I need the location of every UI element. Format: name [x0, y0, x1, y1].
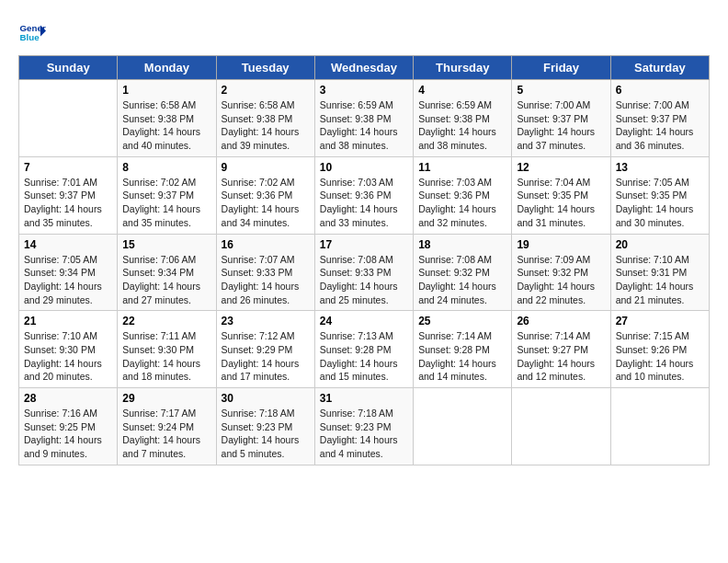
day-number: 16 — [222, 238, 310, 251]
day-info: Sunrise: 7:13 AM Sunset: 9:28 PM Dayligh… — [320, 329, 408, 384]
day-info: Sunrise: 7:00 AM Sunset: 9:37 PM Dayligh… — [616, 98, 704, 153]
page-header: General Blue — [18, 18, 710, 46]
day-info: Sunrise: 7:01 AM Sunset: 9:37 PM Dayligh… — [24, 176, 112, 230]
day-info: Sunrise: 7:12 AM Sunset: 9:29 PM Dayligh… — [222, 329, 310, 384]
day-number: 1 — [122, 84, 210, 97]
calendar-week-2: 14Sunrise: 7:05 AM Sunset: 9:34 PM Dayli… — [19, 234, 710, 311]
day-number: 26 — [517, 315, 605, 327]
day-number: 24 — [320, 315, 408, 327]
calendar-body: 1Sunrise: 6:58 AM Sunset: 9:38 PM Daylig… — [19, 80, 710, 465]
day-info: Sunrise: 7:05 AM Sunset: 9:34 PM Dayligh… — [24, 253, 112, 307]
day-info: Sunrise: 7:02 AM Sunset: 9:37 PM Dayligh… — [122, 176, 210, 230]
day-number: 19 — [517, 238, 605, 251]
calendar-header-row: SundayMondayTuesdayWednesdayThursdayFrid… — [19, 56, 710, 80]
day-number: 20 — [616, 238, 704, 251]
calendar-cell: 25Sunrise: 7:14 AM Sunset: 9:28 PM Dayli… — [414, 311, 512, 388]
day-info: Sunrise: 7:08 AM Sunset: 9:33 PM Dayligh… — [320, 253, 408, 307]
calendar-cell: 2Sunrise: 6:58 AM Sunset: 9:38 PM Daylig… — [216, 80, 314, 157]
day-number: 12 — [517, 161, 605, 174]
calendar-cell: 26Sunrise: 7:14 AM Sunset: 9:27 PM Dayli… — [512, 311, 610, 388]
day-info: Sunrise: 7:02 AM Sunset: 9:36 PM Dayligh… — [222, 176, 310, 230]
day-info: Sunrise: 7:07 AM Sunset: 9:33 PM Dayligh… — [222, 253, 310, 307]
day-number: 25 — [418, 315, 506, 327]
calendar-cell: 8Sunrise: 7:02 AM Sunset: 9:37 PM Daylig… — [118, 156, 216, 234]
calendar-cell: 24Sunrise: 7:13 AM Sunset: 9:28 PM Dayli… — [314, 311, 413, 388]
day-info: Sunrise: 7:11 AM Sunset: 9:30 PM Dayligh… — [122, 329, 210, 384]
day-info: Sunrise: 7:00 AM Sunset: 9:37 PM Dayligh… — [517, 98, 605, 153]
day-number: 18 — [418, 238, 506, 251]
day-number: 30 — [222, 392, 310, 405]
weekday-header-saturday: Saturday — [610, 56, 709, 80]
calendar-cell: 18Sunrise: 7:08 AM Sunset: 9:32 PM Dayli… — [414, 234, 512, 311]
day-info: Sunrise: 7:05 AM Sunset: 9:35 PM Dayligh… — [616, 176, 704, 230]
calendar-cell: 23Sunrise: 7:12 AM Sunset: 9:29 PM Dayli… — [216, 311, 314, 388]
calendar-cell — [19, 80, 118, 157]
calendar-cell: 29Sunrise: 7:17 AM Sunset: 9:24 PM Dayli… — [118, 388, 216, 465]
calendar-cell: 30Sunrise: 7:18 AM Sunset: 9:23 PM Dayli… — [216, 388, 314, 465]
calendar-cell: 3Sunrise: 6:59 AM Sunset: 9:38 PM Daylig… — [314, 80, 413, 157]
day-number: 17 — [320, 238, 408, 251]
day-info: Sunrise: 7:10 AM Sunset: 9:31 PM Dayligh… — [616, 253, 704, 307]
calendar-cell: 7Sunrise: 7:01 AM Sunset: 9:37 PM Daylig… — [19, 156, 118, 234]
calendar-cell: 4Sunrise: 6:59 AM Sunset: 9:38 PM Daylig… — [414, 80, 512, 157]
logo-icon: General Blue — [18, 18, 46, 46]
calendar-cell: 17Sunrise: 7:08 AM Sunset: 9:33 PM Dayli… — [314, 234, 413, 311]
weekday-header-monday: Monday — [118, 56, 216, 80]
day-info: Sunrise: 7:03 AM Sunset: 9:36 PM Dayligh… — [418, 176, 506, 230]
day-number: 8 — [122, 161, 210, 174]
calendar-cell: 27Sunrise: 7:15 AM Sunset: 9:26 PM Dayli… — [610, 311, 709, 388]
calendar-cell: 10Sunrise: 7:03 AM Sunset: 9:36 PM Dayli… — [314, 156, 413, 234]
day-info: Sunrise: 7:18 AM Sunset: 9:23 PM Dayligh… — [320, 407, 408, 461]
day-info: Sunrise: 7:18 AM Sunset: 9:23 PM Dayligh… — [222, 407, 310, 461]
day-number: 15 — [122, 238, 210, 251]
logo: General Blue — [18, 18, 46, 46]
calendar-cell: 9Sunrise: 7:02 AM Sunset: 9:36 PM Daylig… — [216, 156, 314, 234]
calendar-cell: 22Sunrise: 7:11 AM Sunset: 9:30 PM Dayli… — [118, 311, 216, 388]
day-info: Sunrise: 6:58 AM Sunset: 9:38 PM Dayligh… — [122, 98, 210, 153]
day-info: Sunrise: 7:08 AM Sunset: 9:32 PM Dayligh… — [418, 253, 506, 307]
calendar-cell — [414, 388, 512, 465]
day-number: 2 — [222, 84, 310, 97]
day-number: 11 — [418, 161, 506, 174]
day-info: Sunrise: 7:06 AM Sunset: 9:34 PM Dayligh… — [122, 253, 210, 307]
day-info: Sunrise: 6:59 AM Sunset: 9:38 PM Dayligh… — [320, 98, 408, 153]
day-info: Sunrise: 7:04 AM Sunset: 9:35 PM Dayligh… — [517, 176, 605, 230]
calendar-cell: 5Sunrise: 7:00 AM Sunset: 9:37 PM Daylig… — [512, 80, 610, 157]
day-info: Sunrise: 7:14 AM Sunset: 9:27 PM Dayligh… — [517, 329, 605, 384]
day-info: Sunrise: 6:59 AM Sunset: 9:38 PM Dayligh… — [418, 98, 506, 153]
calendar-cell: 19Sunrise: 7:09 AM Sunset: 9:32 PM Dayli… — [512, 234, 610, 311]
calendar-table: SundayMondayTuesdayWednesdayThursdayFrid… — [18, 55, 710, 465]
calendar-cell — [512, 388, 610, 465]
calendar-cell: 6Sunrise: 7:00 AM Sunset: 9:37 PM Daylig… — [610, 80, 709, 157]
day-number: 21 — [24, 315, 112, 327]
day-number: 14 — [24, 238, 112, 251]
weekday-header-sunday: Sunday — [19, 56, 118, 80]
calendar-cell: 31Sunrise: 7:18 AM Sunset: 9:23 PM Dayli… — [314, 388, 413, 465]
day-info: Sunrise: 7:16 AM Sunset: 9:25 PM Dayligh… — [24, 407, 112, 461]
weekday-header-tuesday: Tuesday — [216, 56, 314, 80]
calendar-cell — [610, 388, 709, 465]
calendar-week-1: 7Sunrise: 7:01 AM Sunset: 9:37 PM Daylig… — [19, 156, 710, 234]
calendar-cell: 12Sunrise: 7:04 AM Sunset: 9:35 PM Dayli… — [512, 156, 610, 234]
weekday-header-wednesday: Wednesday — [314, 56, 413, 80]
calendar-week-3: 21Sunrise: 7:10 AM Sunset: 9:30 PM Dayli… — [19, 311, 710, 388]
calendar-cell: 21Sunrise: 7:10 AM Sunset: 9:30 PM Dayli… — [19, 311, 118, 388]
day-info: Sunrise: 7:14 AM Sunset: 9:28 PM Dayligh… — [418, 329, 506, 384]
day-number: 29 — [122, 392, 210, 405]
day-number: 3 — [320, 84, 408, 97]
day-info: Sunrise: 7:17 AM Sunset: 9:24 PM Dayligh… — [122, 407, 210, 461]
day-number: 7 — [24, 161, 112, 174]
day-info: Sunrise: 6:58 AM Sunset: 9:38 PM Dayligh… — [222, 98, 310, 153]
day-info: Sunrise: 7:10 AM Sunset: 9:30 PM Dayligh… — [24, 329, 112, 384]
day-info: Sunrise: 7:03 AM Sunset: 9:36 PM Dayligh… — [320, 176, 408, 230]
day-number: 9 — [222, 161, 310, 174]
day-number: 27 — [616, 315, 704, 327]
calendar-cell: 28Sunrise: 7:16 AM Sunset: 9:25 PM Dayli… — [19, 388, 118, 465]
day-number: 28 — [24, 392, 112, 405]
day-number: 4 — [418, 84, 506, 97]
day-number: 23 — [222, 315, 310, 327]
day-number: 31 — [320, 392, 408, 405]
day-number: 10 — [320, 161, 408, 174]
weekday-header-friday: Friday — [512, 56, 610, 80]
calendar-cell: 13Sunrise: 7:05 AM Sunset: 9:35 PM Dayli… — [610, 156, 709, 234]
